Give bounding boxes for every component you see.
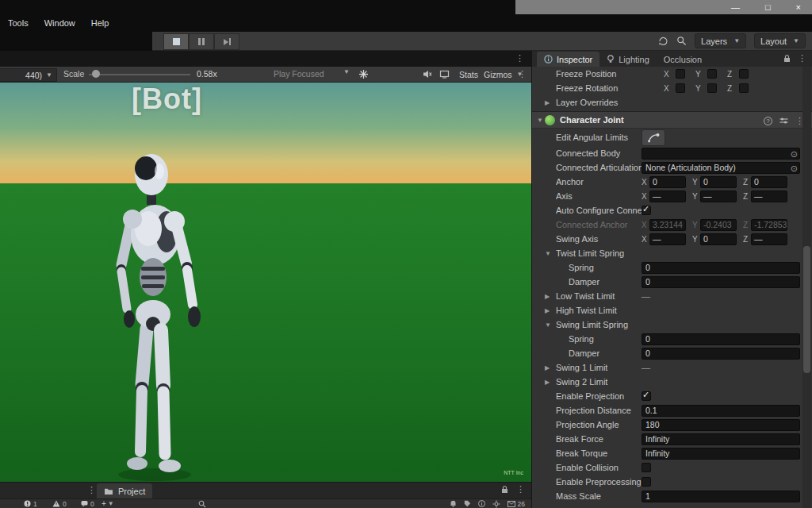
menu-tools[interactable]: Tools <box>8 18 29 28</box>
tab-lighting[interactable]: Lighting <box>599 52 657 67</box>
connected-body-field[interactable]: ⊙ <box>642 148 800 160</box>
swing-2-limit-foldout[interactable]: ▶ Swing 2 Limit <box>532 375 812 389</box>
layer-overrides-foldout[interactable]: ▶ Layer Overrides <box>532 95 812 110</box>
create-menu-button[interactable]: +▼ <box>102 499 114 508</box>
focus-mode-dropdown[interactable]: Play Focused ▼ <box>274 69 350 79</box>
axis-z-field[interactable]: — <box>751 190 787 202</box>
edit-angular-limits-row: Edit Angular Limits <box>532 129 812 146</box>
anchor-y-field[interactable]: 0 <box>700 176 737 188</box>
search-icon[interactable] <box>676 36 687 46</box>
tab-inspector[interactable]: Inspector <box>537 52 599 67</box>
tab-project[interactable]: Project <box>97 483 152 498</box>
menu-window[interactable]: Window <box>44 18 75 28</box>
foldout-arrow-icon: ▼ <box>545 250 551 257</box>
vsync-display-icon[interactable] <box>439 69 450 79</box>
notifications[interactable]: 26 <box>508 499 525 508</box>
enable-collision-checkbox[interactable] <box>642 463 651 472</box>
freeze-position-z-checkbox[interactable] <box>739 69 749 79</box>
enable-preprocessing-checkbox[interactable] <box>642 477 651 487</box>
connected-anchor-row: Connected Anchor X3.23144 Y-0.2403 Z-1.7… <box>532 217 812 232</box>
freeze-rotation-x-checkbox[interactable] <box>676 83 685 93</box>
panel-menu-icon[interactable]: ⋮ <box>515 54 524 63</box>
gear-icon[interactable] <box>492 500 500 508</box>
inspector-scrollbar-thumb[interactable] <box>803 246 810 373</box>
inspector-tabstrip: Inspector Lighting Occlusion ⋮ <box>532 51 812 67</box>
watermark-text: NTT Inc <box>504 470 523 475</box>
swing-damper-field[interactable]: 0 <box>642 348 800 360</box>
play-button[interactable] <box>163 33 189 50</box>
stats-label: Stats <box>459 70 478 79</box>
character-joint-header[interactable]: ▼ Character Joint ? ⋮ <box>532 111 812 129</box>
lock-icon[interactable] <box>783 54 791 63</box>
swing-axis-x-field[interactable]: — <box>649 233 686 245</box>
search-icon[interactable] <box>198 500 206 508</box>
chevron-down-icon: ▼ <box>793 38 799 44</box>
auto-configure-checkbox[interactable] <box>642 206 651 215</box>
lock-icon[interactable] <box>501 485 508 494</box>
stats-button[interactable]: Stats <box>455 68 482 80</box>
swing-spring-field[interactable]: 0 <box>642 333 800 345</box>
maximize-icon[interactable]: □ <box>765 2 771 12</box>
twist-spring-row: Spring 0 <box>532 260 812 275</box>
menu-help[interactable]: Help <box>91 18 109 28</box>
projection-distance-field[interactable]: 0.1 <box>642 405 800 417</box>
mute-audio-icon[interactable] <box>422 69 432 79</box>
anchor-row: Anchor X0 Y0 Z0 <box>532 175 812 189</box>
freeze-rotation-y-checkbox[interactable] <box>707 83 717 93</box>
effects-burst-icon[interactable] <box>358 69 369 79</box>
game-viewport[interactable]: [Bot] NTT Inc <box>0 83 531 482</box>
layout-dropdown[interactable]: Layout ▼ <box>754 33 806 48</box>
swing-limit-spring-foldout[interactable]: ▼ Swing Limit Spring <box>532 318 812 332</box>
scale-slider-track[interactable] <box>89 74 190 75</box>
freeze-position-y-checkbox[interactable] <box>707 69 717 79</box>
break-force-field[interactable]: Infinity <box>642 433 800 445</box>
object-picker-icon[interactable]: ⊙ <box>791 163 798 174</box>
axis-x-field[interactable]: — <box>649 190 686 202</box>
swing-axis-z-field[interactable]: — <box>751 233 787 245</box>
twist-limit-spring-foldout[interactable]: ▼ Twist Limit Spring <box>532 246 812 260</box>
connected-body-label: Connected Body <box>556 148 642 158</box>
freeze-rotation-z-checkbox[interactable] <box>739 83 749 93</box>
info-icon[interactable] <box>478 500 485 507</box>
tab-occlusion[interactable]: Occlusion <box>657 52 709 67</box>
axis-y-field[interactable]: — <box>700 190 737 202</box>
projection-angle-field[interactable]: 180 <box>642 419 800 431</box>
mass-scale-field[interactable]: 1 <box>642 491 800 502</box>
tag-icon[interactable] <box>464 500 471 507</box>
pause-button[interactable] <box>189 33 214 50</box>
connected-anchor-z-field: -1.72853 <box>751 219 787 231</box>
low-twist-limit-foldout[interactable]: ▶ Low Twist Limit — <box>532 289 812 303</box>
high-twist-limit-foldout[interactable]: ▶ High Twist Limit <box>532 303 812 318</box>
anchor-x-field[interactable]: 0 <box>649 176 686 188</box>
close-icon[interactable]: × <box>796 2 801 12</box>
panel-menu-icon[interactable]: ⋮ <box>87 486 96 495</box>
anchor-z-field[interactable]: 0 <box>751 176 787 188</box>
history-icon[interactable] <box>657 36 668 47</box>
game-toolbar-menu-icon[interactable]: ⋮ <box>518 70 527 79</box>
object-picker-icon[interactable]: ⊙ <box>791 148 798 160</box>
twist-spring-field[interactable]: 0 <box>642 262 800 274</box>
console-errors[interactable]: 1 <box>24 499 37 508</box>
connected-articulation-field[interactable]: None (Articulation Body) ⊙ <box>642 162 800 174</box>
layers-dropdown[interactable]: Layers ▼ <box>695 33 746 48</box>
anchor-label: Anchor <box>556 177 642 187</box>
freeze-position-x-checkbox[interactable] <box>676 69 685 79</box>
enable-projection-checkbox[interactable] <box>642 391 651 401</box>
bell-icon[interactable] <box>450 500 457 508</box>
break-torque-field[interactable]: Infinity <box>642 448 800 460</box>
scale-slider-knob[interactable] <box>92 70 100 78</box>
panel-menu-icon[interactable]: ⋮ <box>798 54 806 63</box>
minimize-icon[interactable]: — <box>731 2 740 12</box>
presets-icon[interactable] <box>779 117 788 125</box>
display-dropdown[interactable]: 440) ▼ <box>0 68 57 82</box>
swing-axis-y-field[interactable]: 0 <box>700 233 737 245</box>
console-messages[interactable]: 0 <box>81 499 94 508</box>
twist-damper-field[interactable]: 0 <box>642 276 800 288</box>
panel-menu-icon[interactable]: ⋮ <box>516 485 525 494</box>
edit-angular-limits-button[interactable] <box>642 129 665 146</box>
axis-z-label: Z <box>743 178 751 187</box>
help-icon[interactable]: ? <box>764 117 772 125</box>
step-button[interactable] <box>214 33 239 50</box>
swing-1-limit-foldout[interactable]: ▶ Swing 1 Limit — <box>532 360 812 375</box>
console-warnings[interactable]: 0 <box>52 499 67 508</box>
